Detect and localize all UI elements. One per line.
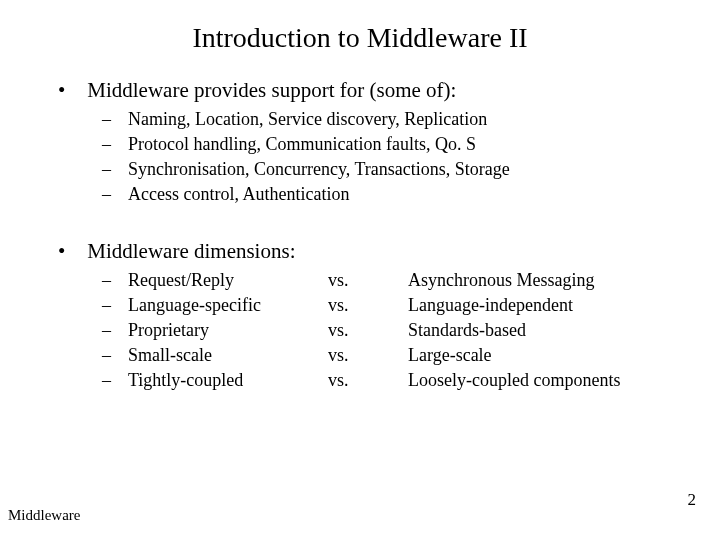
bullet-item: Middleware provides support for (some of… (62, 78, 680, 205)
dimension-right: Large-scale (408, 345, 680, 366)
dimension-row: – Small-scale vs. Large-scale (102, 345, 680, 366)
dimension-row: – Tightly-coupled vs. Loosely-coupled co… (102, 370, 680, 391)
dimension-row: – Proprietary vs. Standards-based (102, 320, 680, 341)
dimension-vs: vs. (328, 345, 408, 366)
slide-body: Middleware provides support for (some of… (0, 78, 720, 391)
sub-text: Protocol handling, Communication faults,… (128, 134, 476, 155)
dimension-left: Tightly-coupled (128, 370, 328, 391)
sub-text: Naming, Location, Service discovery, Rep… (128, 109, 487, 130)
dimension-vs: vs. (328, 370, 408, 391)
sub-item: –Access control, Authentication (102, 184, 680, 205)
slide: Introduction to Middleware II Middleware… (0, 0, 720, 540)
dimension-left: Small-scale (128, 345, 328, 366)
bullet-text: Middleware dimensions: (87, 239, 295, 263)
sub-item: –Protocol handling, Communication faults… (102, 134, 680, 155)
footer-label: Middleware (8, 507, 80, 524)
dash-icon: – (102, 159, 128, 180)
dash-icon: – (102, 184, 128, 205)
bullet-list: Middleware provides support for (some of… (62, 78, 680, 391)
dimension-right: Standards-based (408, 320, 680, 341)
dimension-left: Proprietary (128, 320, 328, 341)
bullet-item: Middleware dimensions: – Request/Reply v… (62, 239, 680, 391)
dash-icon: – (102, 109, 128, 130)
dimension-vs: vs. (328, 320, 408, 341)
sub-item: –Synchronisation, Concurrency, Transacti… (102, 159, 680, 180)
dimension-right: Asynchronous Messaging (408, 270, 680, 291)
dimension-vs: vs. (328, 270, 408, 291)
slide-title: Introduction to Middleware II (0, 0, 720, 64)
sub-item: –Naming, Location, Service discovery, Re… (102, 109, 680, 130)
dimension-right: Language-independent (408, 295, 680, 316)
dash-icon: – (102, 345, 128, 366)
bullet-text: Middleware provides support for (some of… (87, 78, 456, 102)
dimension-left: Request/Reply (128, 270, 328, 291)
dash-icon: – (102, 270, 128, 291)
dimension-right: Loosely-coupled components (408, 370, 680, 391)
sub-list: –Naming, Location, Service discovery, Re… (102, 109, 680, 205)
dash-icon: – (102, 134, 128, 155)
sub-text: Access control, Authentication (128, 184, 349, 205)
sub-text: Synchronisation, Concurrency, Transactio… (128, 159, 510, 180)
dash-icon: – (102, 320, 128, 341)
dimension-left: Language-specific (128, 295, 328, 316)
dimension-row: – Request/Reply vs. Asynchronous Messagi… (102, 270, 680, 291)
page-number: 2 (688, 490, 697, 510)
dimension-row: – Language-specific vs. Language-indepen… (102, 295, 680, 316)
dash-icon: – (102, 370, 128, 391)
dimension-vs: vs. (328, 295, 408, 316)
sub-list: – Request/Reply vs. Asynchronous Messagi… (102, 270, 680, 391)
dash-icon: – (102, 295, 128, 316)
